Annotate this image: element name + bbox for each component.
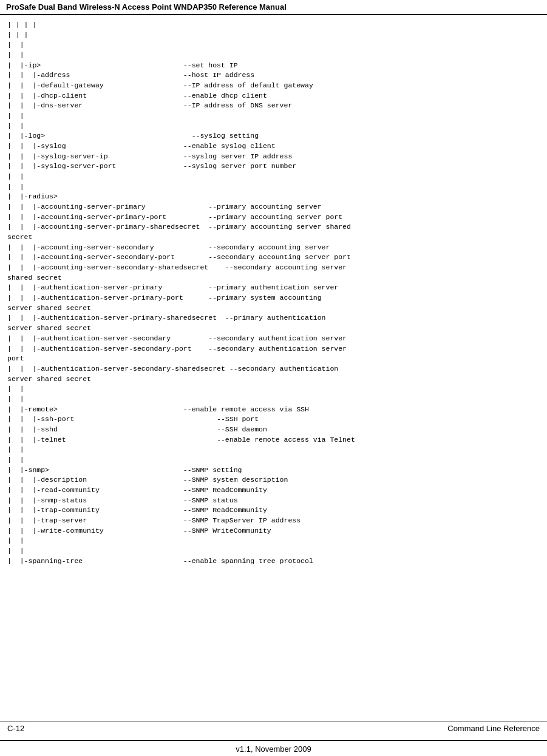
footer-left: C-12 — [7, 724, 24, 733]
line-1: | | | | | | | | | | | | |-ip> --set host… — [7, 21, 355, 565]
page-wrapper: ProSafe Dual Band Wireless-N Access Poin… — [0, 0, 547, 756]
content-area: | | | | | | | | | | | | |-ip> --set host… — [0, 15, 547, 721]
page-header: ProSafe Dual Band Wireless-N Access Poin… — [0, 0, 547, 15]
page-content: | | | | | | | | | | | | |-ip> --set host… — [0, 15, 547, 571]
bottom-section: C-12 Command Line Reference v1.1, Novemb… — [0, 721, 547, 756]
page-footer: C-12 Command Line Reference — [0, 721, 547, 735]
footer-right: Command Line Reference — [447, 724, 540, 733]
header-title: ProSafe Dual Band Wireless-N Access Poin… — [6, 2, 287, 12]
footer-version: v1.1, November 2009 — [0, 740, 547, 756]
